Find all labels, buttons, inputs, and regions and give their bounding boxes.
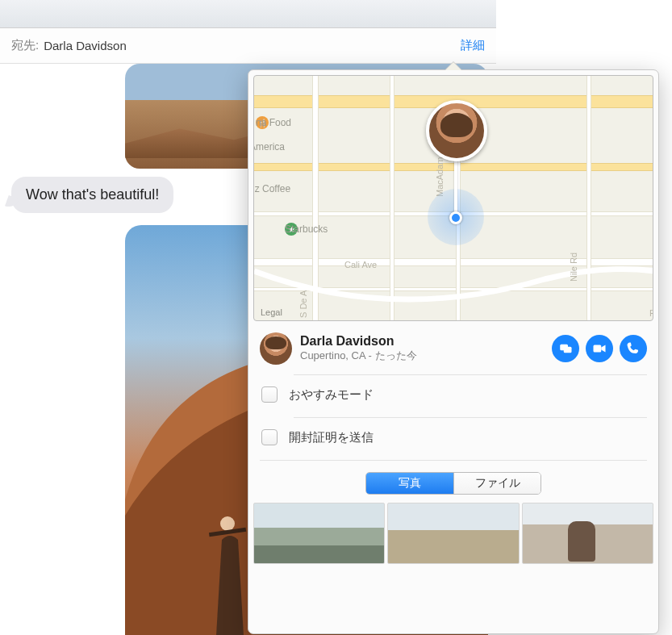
details-popover: 🍴na Food America lz Coffee ★Starbucks Ca… bbox=[248, 69, 659, 634]
map-legal-link[interactable]: Legal bbox=[261, 307, 282, 317]
read-receipts-row[interactable]: 開封証明を送信 bbox=[248, 418, 658, 457]
svg-rect-3 bbox=[564, 347, 572, 353]
conversation-header: 宛先: Darla Davidson 詳細 bbox=[0, 28, 496, 64]
svg-rect-4 bbox=[594, 345, 602, 353]
read-receipts-checkbox[interactable] bbox=[261, 429, 278, 445]
location-map[interactable]: 🍴na Food America lz Coffee ★Starbucks Ca… bbox=[253, 75, 653, 321]
contact-timestamp: たった今 bbox=[375, 349, 417, 361]
map-poi-label: America bbox=[253, 141, 285, 152]
window-titlebar bbox=[0, 0, 496, 28]
details-button[interactable]: 詳細 bbox=[461, 38, 485, 53]
map-poi-label: lz Coffee bbox=[253, 183, 290, 194]
contact-location: Cupertino, CA bbox=[300, 349, 365, 361]
video-icon bbox=[592, 341, 607, 356]
map-road-label: Rd bbox=[649, 308, 653, 318]
do-not-disturb-row[interactable]: おやすみモード bbox=[248, 375, 658, 414]
do-not-disturb-label: おやすみモード bbox=[289, 387, 374, 403]
tab-files[interactable]: ファイル bbox=[453, 473, 541, 494]
contact-summary-row: Darla Davidson Cupertino, CA - たった今 bbox=[248, 326, 658, 371]
attachments-grid bbox=[248, 503, 658, 564]
map-poi-label: Starbucks bbox=[285, 224, 328, 235]
screen-share-icon bbox=[558, 341, 573, 356]
map-road-label: S De A bbox=[298, 290, 308, 318]
audio-call-button[interactable] bbox=[620, 335, 647, 362]
contact-location-line: Cupertino, CA - たった今 bbox=[300, 349, 417, 363]
contact-avatar-pin[interactable] bbox=[426, 100, 487, 161]
tab-photos[interactable]: 写真 bbox=[366, 473, 453, 494]
map-road-label: Cali Ave bbox=[344, 260, 377, 269]
message-text: Wow that's beautiful! bbox=[26, 186, 159, 203]
svg-point-0 bbox=[220, 516, 235, 531]
attachments-segmented-control: 写真 ファイル bbox=[365, 472, 541, 495]
map-road-label: Nile Rd bbox=[569, 253, 578, 282]
recipient-name[interactable]: Darla Davidson bbox=[44, 39, 127, 52]
read-receipts-label: 開封証明を送信 bbox=[289, 430, 374, 445]
current-location-dot bbox=[449, 211, 462, 224]
video-call-button[interactable] bbox=[586, 335, 613, 362]
contact-avatar[interactable] bbox=[260, 332, 292, 365]
screen-share-button[interactable] bbox=[552, 335, 579, 362]
map-poi-label: na Food bbox=[256, 117, 291, 128]
attachment-thumbnail[interactable] bbox=[522, 503, 653, 564]
contact-name: Darla Davidson bbox=[300, 334, 417, 349]
phone-icon bbox=[626, 341, 641, 356]
to-label: 宛先: bbox=[11, 38, 39, 53]
attachment-thumbnail[interactable] bbox=[387, 503, 519, 564]
attachment-thumbnail[interactable] bbox=[253, 503, 385, 564]
do-not-disturb-checkbox[interactable] bbox=[261, 386, 278, 403]
location-pin-stem bbox=[454, 159, 457, 214]
incoming-message-bubble[interactable]: Wow that's beautiful! bbox=[11, 177, 173, 213]
